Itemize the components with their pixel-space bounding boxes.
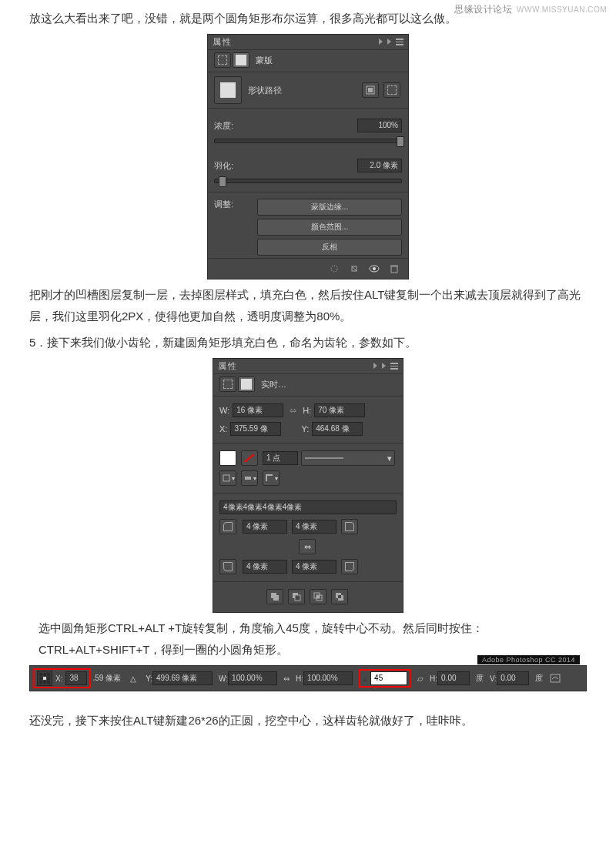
watermark: 思缘设计论坛WWW.MISSYUAN.COM: [454, 3, 607, 16]
stroke-corners[interactable]: ▾: [263, 470, 280, 486]
svg-rect-19: [316, 595, 320, 598]
stroke-swatch[interactable]: [241, 450, 258, 466]
visibility-icon[interactable]: [368, 263, 380, 274]
select-mask-icon[interactable]: [362, 82, 379, 98]
svg-line-9: [245, 454, 254, 462]
stroke-width[interactable]: 1 点: [263, 451, 298, 465]
hskew-field[interactable]: 0.00: [437, 671, 470, 685]
invert-button[interactable]: 反相: [257, 239, 402, 256]
reference-point-icon[interactable]: [37, 671, 52, 686]
panel-title: 属性: [218, 360, 238, 372]
corner-br-field[interactable]: 4 像素: [292, 560, 336, 574]
deg-label: 度: [476, 673, 484, 684]
mask-type-vector-icon[interactable]: [233, 52, 249, 68]
panel-title: 属性: [213, 36, 233, 48]
hskew-label: H:: [430, 674, 437, 683]
angle-field[interactable]: 45: [370, 671, 407, 685]
svg-rect-1: [368, 88, 373, 92]
pathop-intersect-icon[interactable]: [310, 589, 326, 604]
h-label: H:: [296, 674, 303, 683]
interpolation-icon[interactable]: [549, 673, 561, 684]
h-label: H:: [303, 406, 311, 415]
x-label: X:: [55, 674, 62, 683]
paragraph-2b: 5．接下来我们做小齿轮，新建圆角矩形填充白色，命名为齿轮，参数如下。: [0, 332, 616, 353]
skew-icon: ▱: [417, 674, 424, 683]
pathop-exclude-icon[interactable]: [331, 589, 348, 604]
corner-tr-field[interactable]: 4 像素: [292, 520, 336, 534]
density-slider[interactable]: [214, 139, 402, 143]
link-wh-icon[interactable]: ⇔: [290, 406, 296, 416]
corner-tr-icon[interactable]: [341, 519, 358, 534]
w-field[interactable]: 16 像素: [233, 403, 283, 417]
radii-summary[interactable]: 4像素4像素4像素4像素: [219, 500, 397, 514]
y-field[interactable]: 499.69 像素: [152, 671, 213, 685]
pathop-subtract-icon[interactable]: [288, 589, 305, 604]
live-shape-icon[interactable]: [238, 376, 255, 392]
properties-panel-live-shape: 属性 实时… W: 16 像素 ⇔ H: 70 像素 X: 375.59 像 Y…: [213, 358, 403, 613]
svg-rect-22: [338, 595, 341, 598]
angle-icon: ⟁: [363, 674, 367, 683]
h-field[interactable]: 70 像素: [314, 403, 365, 417]
mask-label: 蒙版: [256, 55, 273, 66]
paragraph-2a: 把刚才的凹槽图层复制一层，去掉图层样式，填充白色，然后按住ALT键复制一个出来减…: [0, 284, 616, 327]
svg-rect-12: [245, 477, 251, 480]
density-field[interactable]: 100%: [357, 119, 402, 132]
corner-tl-icon[interactable]: [219, 519, 236, 534]
x-field[interactable]: 38: [65, 671, 87, 685]
link-icon[interactable]: ⇔: [283, 674, 290, 683]
y-field[interactable]: 464.68 像: [312, 422, 363, 436]
svg-rect-14: [273, 595, 279, 601]
mask-edge-button[interactable]: 蒙版边缘...: [257, 199, 402, 216]
x-label: X:: [219, 424, 227, 433]
stroke-style[interactable]: ▾: [301, 450, 395, 466]
corner-br-icon[interactable]: [341, 559, 358, 574]
link-corners-icon[interactable]: ⇔: [299, 539, 316, 554]
y-label: Y:: [146, 674, 152, 683]
transform-options-bar: Adobe Photoshop CC 2014 X: 38 .59 像素 △ Y…: [29, 665, 587, 691]
load-selection-icon[interactable]: [328, 263, 340, 274]
mask-thumb[interactable]: [214, 76, 242, 104]
adobe-title: Adobe Photoshop CC 2014: [477, 655, 580, 664]
feather-label: 羽化:: [214, 160, 233, 172]
mask-type-raster-icon[interactable]: [214, 52, 231, 68]
shape-path-label: 形状路径: [248, 85, 282, 96]
shape-mode-icon[interactable]: [219, 376, 236, 392]
deg-label-2: 度: [535, 673, 543, 684]
stroke-caps[interactable]: ▾: [241, 470, 258, 486]
corner-bl-field[interactable]: 4 像素: [243, 560, 287, 574]
w-label: W:: [219, 674, 228, 683]
color-range-button[interactable]: 颜色范围...: [257, 219, 402, 236]
vskew-label: V:: [490, 674, 497, 683]
pathop-combine-icon[interactable]: [266, 589, 283, 604]
h-field[interactable]: 100.00%: [303, 671, 353, 685]
boundary-icon[interactable]: [383, 82, 400, 98]
feather-field[interactable]: 2.0 像素: [357, 159, 402, 172]
density-label: 浓度:: [214, 120, 233, 132]
svg-point-6: [373, 267, 376, 270]
delete-icon[interactable]: [388, 263, 400, 274]
adjust-label: 调整:: [214, 199, 257, 210]
w-field[interactable]: 100.00%: [228, 671, 277, 685]
corner-bl-icon[interactable]: [219, 559, 236, 574]
vskew-field[interactable]: 0.00: [497, 671, 529, 685]
panel-menu[interactable]: [373, 363, 398, 370]
paragraph-4: 还没完，接下来按住ALT键新建26*26的正圆，挖空中心，这样齿轮就做好了，哇咔…: [0, 710, 616, 731]
w-label: W:: [219, 406, 229, 415]
stroke-align[interactable]: ▾: [219, 470, 236, 486]
svg-rect-7: [391, 266, 397, 273]
apply-mask-icon[interactable]: [348, 263, 360, 274]
highlight-angle: ⟁ 45: [359, 669, 411, 688]
svg-line-4: [352, 266, 357, 271]
panel-menu[interactable]: [379, 38, 403, 45]
y-label: Y:: [301, 424, 309, 433]
x-field[interactable]: 375.59 像: [230, 422, 281, 436]
delta-icon[interactable]: △: [130, 674, 136, 683]
fill-swatch[interactable]: [219, 450, 236, 466]
properties-panel-mask: 属性 蒙版 形状路径 浓度:: [207, 34, 409, 279]
corner-tl-field[interactable]: 4 像素: [243, 520, 287, 534]
paragraph-3: 选中圆角矩形CTRL+ALT +T旋转复制，角度输入45度，旋转中心不动。然后同…: [0, 617, 616, 661]
svg-rect-11: [223, 475, 229, 481]
feather-slider[interactable]: [214, 179, 402, 183]
svg-point-2: [331, 266, 337, 272]
highlight-anchor-x: X: 38: [33, 668, 91, 688]
